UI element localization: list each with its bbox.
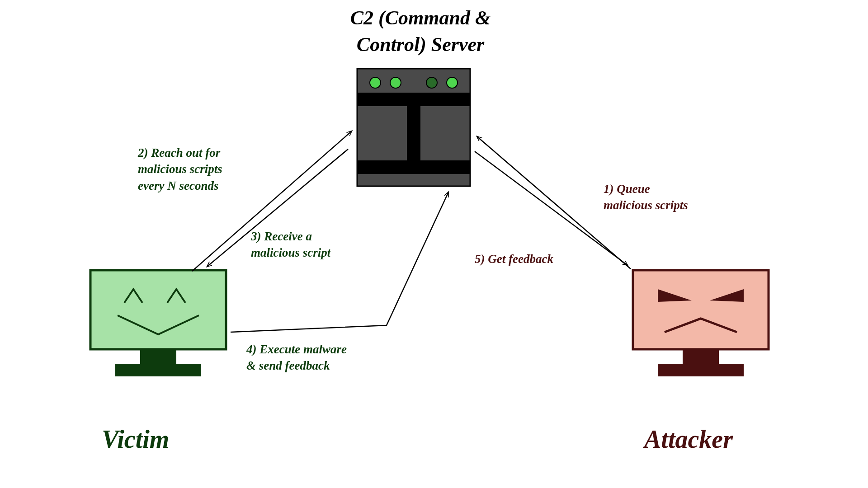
svg-point-3 [426,77,437,88]
c2-server-title: C2 (Command & Control) Server [285,5,556,58]
svg-rect-5 [357,93,470,106]
step4-label: 4) Execute malware & send feedback [246,341,347,374]
svg-rect-15 [658,364,744,376]
svg-point-1 [370,77,381,88]
title-line1: C2 (Command & [350,7,491,29]
svg-rect-9 [140,349,176,364]
step2-label: 2) Reach out for malicious scripts every… [138,145,222,194]
victim-label: Victim [102,422,169,457]
svg-rect-14 [683,349,719,364]
svg-rect-8 [90,270,226,349]
title-line2: Control) Server [357,33,484,56]
svg-rect-10 [115,364,201,376]
svg-point-4 [447,77,458,88]
svg-rect-7 [357,160,470,174]
attacker-label: Attacker [644,422,733,457]
c2-server-icon [357,69,470,186]
arrow-step4 [231,192,448,332]
svg-point-2 [390,77,401,88]
diagram-canvas [0,0,868,488]
step3-label: 3) Receive a malicious script [251,228,330,261]
attacker-computer-icon [633,270,769,376]
victim-computer-icon [90,270,226,376]
step5-label: 5) Get feedback [475,251,553,267]
svg-rect-11 [633,270,769,349]
svg-rect-6 [407,106,420,160]
step1-label: 1) Queue malicious scripts [604,181,688,214]
